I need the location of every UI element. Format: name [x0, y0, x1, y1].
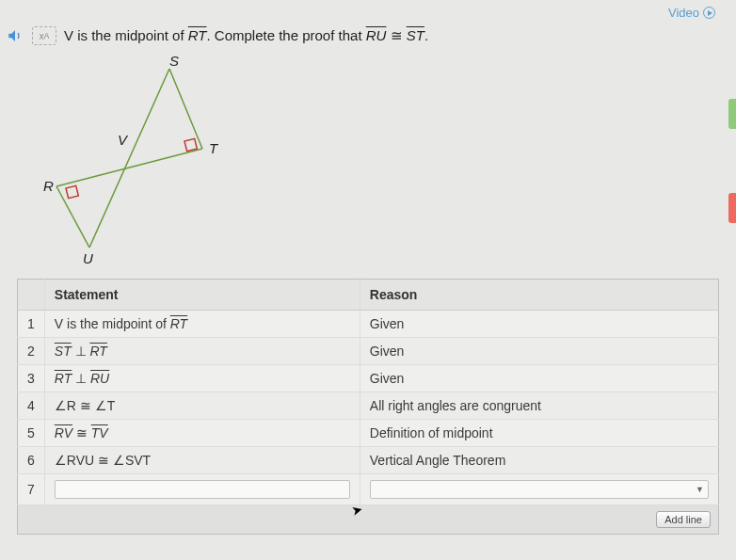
- video-link[interactable]: Video: [668, 6, 715, 20]
- svg-line-2: [169, 69, 202, 149]
- statement-cell[interactable]: RV ≅ TV: [44, 420, 360, 447]
- header-blank: [18, 280, 45, 311]
- add-line-button[interactable]: Add line: [656, 511, 711, 528]
- header-reason: Reason: [360, 280, 718, 311]
- video-label: Video: [668, 6, 699, 20]
- explain-icon[interactable]: xA: [32, 26, 56, 45]
- table-row: 6 ∠RVU ≅ ∠SVT Vertical Angle Theorem: [18, 447, 719, 474]
- row-num: 2: [18, 338, 45, 365]
- statement-cell[interactable]: ∠R ≅ ∠T: [44, 392, 360, 420]
- prompt-part2: . Complete the proof that: [206, 27, 365, 43]
- reason-cell[interactable]: Vertical Angle Theorem: [360, 447, 718, 474]
- statement-cell[interactable]: ∠RVU ≅ ∠SVT: [44, 447, 360, 474]
- reason-cell[interactable]: Definition of midpoint: [360, 420, 718, 447]
- prompt-part1: V is the midpoint of: [64, 27, 188, 43]
- segment-st: ST: [407, 27, 424, 43]
- table-row: 3 RT ⊥ RU Given: [18, 365, 719, 392]
- table-footer: Add line: [17, 505, 719, 535]
- prompt-row: xA V is the midpoint of RT. Complete the…: [0, 0, 736, 45]
- statement-input[interactable]: [55, 480, 350, 499]
- svg-rect-4: [66, 185, 78, 198]
- reason-cell[interactable]: Given: [360, 365, 718, 392]
- congruent-symbol: ≅: [386, 27, 406, 43]
- table-row: 7 ▼: [18, 474, 719, 505]
- row-num: 3: [18, 365, 45, 392]
- statement-cell: [44, 474, 360, 505]
- statement-cell[interactable]: ST ⊥ RT: [44, 338, 360, 365]
- proof-table-area: Statement Reason 1 V is the midpoint of …: [17, 279, 719, 535]
- svg-line-3: [56, 186, 89, 248]
- row-num: 5: [18, 420, 45, 447]
- segment-rt: RT: [188, 27, 207, 43]
- speaker-icon[interactable]: [6, 26, 24, 45]
- row-num: 1: [18, 311, 45, 338]
- chevron-down-icon: ▼: [696, 485, 704, 494]
- prompt-text: V is the midpoint of RT. Complete the pr…: [64, 27, 428, 44]
- statement-cell[interactable]: V is the midpoint of RT: [44, 311, 360, 338]
- svg-rect-5: [184, 138, 197, 151]
- side-tab-red[interactable]: [728, 193, 736, 223]
- row-num: 6: [18, 447, 45, 474]
- row-num: 4: [18, 392, 45, 420]
- label-t: T: [209, 140, 219, 156]
- table-row: 1 V is the midpoint of RT Given: [18, 311, 719, 338]
- reason-select[interactable]: ▼: [370, 480, 709, 499]
- label-u: U: [83, 250, 93, 266]
- reason-cell[interactable]: Given: [360, 338, 718, 365]
- reason-cell[interactable]: All right angles are congruent: [360, 392, 718, 420]
- table-row: 2 ST ⊥ RT Given: [18, 338, 719, 365]
- statement-cell[interactable]: RT ⊥ RU: [44, 365, 360, 392]
- side-tab-green[interactable]: [728, 99, 736, 129]
- label-v: V: [118, 132, 129, 148]
- label-r: R: [43, 178, 54, 194]
- svg-line-1: [89, 69, 169, 248]
- proof-table: Statement Reason 1 V is the midpoint of …: [17, 279, 719, 505]
- segment-ru: RU: [366, 27, 387, 43]
- label-s: S: [169, 55, 179, 69]
- play-icon: [703, 7, 715, 19]
- geometry-diagram: S T V R U: [38, 55, 736, 269]
- row-num: 7: [18, 474, 45, 505]
- svg-line-0: [56, 149, 202, 186]
- reason-cell: ▼: [360, 474, 718, 505]
- header-statement: Statement: [44, 280, 360, 311]
- table-row: 5 RV ≅ TV Definition of midpoint: [18, 420, 719, 447]
- table-row: 4 ∠R ≅ ∠T All right angles are congruent: [18, 392, 719, 420]
- reason-cell[interactable]: Given: [360, 311, 718, 338]
- prompt-part3: .: [424, 27, 428, 43]
